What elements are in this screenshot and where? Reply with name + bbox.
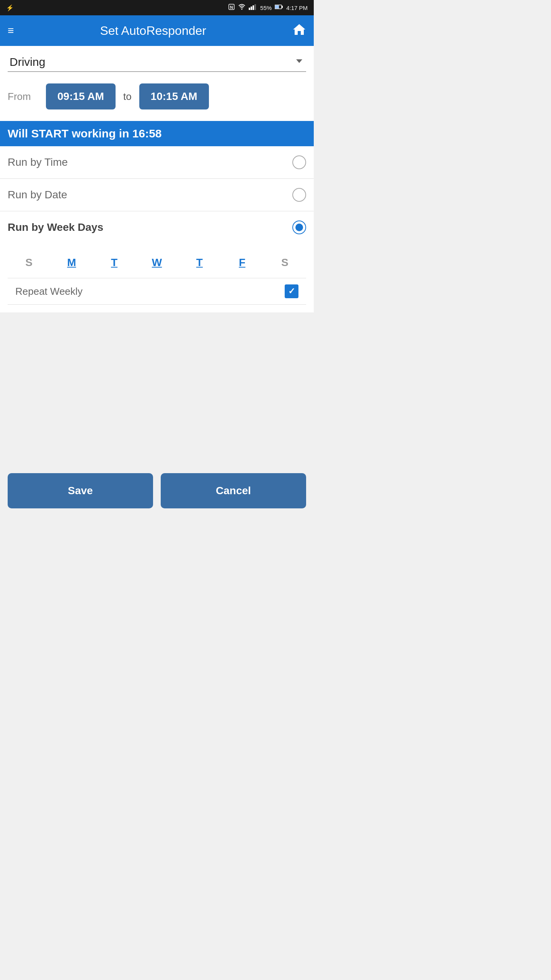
weekdays-row: S M T W T F S <box>8 247 306 278</box>
day-wednesday[interactable]: W <box>145 251 168 274</box>
save-button[interactable]: Save <box>8 473 153 508</box>
svg-text:N: N <box>230 5 233 10</box>
run-by-weekdays-radio[interactable] <box>292 220 306 234</box>
options-section: Run by Time Run by Date Run by Week Days… <box>0 146 314 312</box>
run-by-time-radio[interactable] <box>292 155 306 169</box>
status-bar: ⚡ N 55% 4:17 PM <box>0 0 314 15</box>
repeat-weekly-row[interactable]: Repeat Weekly ✓ <box>8 278 306 305</box>
wifi-icon <box>238 3 246 12</box>
to-label: to <box>123 91 132 103</box>
profile-dropdown[interactable]: Driving Meeting Sleeping Working Gym <box>8 54 306 72</box>
run-by-date-radio[interactable] <box>292 188 306 202</box>
svg-rect-3 <box>249 8 250 10</box>
usb-icon: ⚡ <box>6 4 14 11</box>
time-display: 4:17 PM <box>286 5 308 11</box>
svg-rect-5 <box>253 5 254 10</box>
svg-rect-4 <box>251 7 252 10</box>
run-by-time-label: Run by Time <box>8 156 292 168</box>
repeat-weekly-checkbox[interactable]: ✓ <box>285 284 298 298</box>
nfc-icon: N <box>228 3 235 12</box>
app-title: Set AutoResponder <box>21 24 285 38</box>
from-label: From <box>8 91 38 103</box>
status-banner-text: Will START working in 16:58 <box>8 127 162 140</box>
day-thursday[interactable]: T <box>188 251 211 274</box>
weekdays-section: S M T W T F S Repeat Weekly ✓ <box>0 243 314 312</box>
run-by-time-row[interactable]: Run by Time <box>0 146 314 179</box>
day-friday[interactable]: F <box>231 251 254 274</box>
svg-marker-10 <box>293 24 305 35</box>
svg-point-2 <box>241 9 243 10</box>
day-monday[interactable]: M <box>60 251 83 274</box>
status-banner: Will START working in 16:58 <box>0 121 314 146</box>
day-saturday[interactable]: S <box>273 251 296 274</box>
svg-rect-8 <box>282 6 283 8</box>
bottom-buttons: Save Cancel <box>0 466 314 516</box>
svg-rect-6 <box>254 4 256 10</box>
app-bar: ≡ Set AutoResponder <box>0 15 314 46</box>
empty-space <box>0 312 314 466</box>
cancel-button[interactable]: Cancel <box>161 473 306 508</box>
radio-inner-dot <box>295 224 303 231</box>
home-icon[interactable] <box>292 23 306 39</box>
run-by-date-row[interactable]: Run by Date <box>0 179 314 211</box>
svg-rect-9 <box>275 5 279 8</box>
dropdown-section: Driving Meeting Sleeping Working Gym <box>0 46 314 76</box>
from-time-button[interactable]: 09:15 AM <box>46 83 116 109</box>
day-sunday[interactable]: S <box>18 251 41 274</box>
battery-icon <box>275 4 283 11</box>
run-by-weekdays-row[interactable]: Run by Week Days <box>0 211 314 243</box>
checkmark-icon: ✓ <box>288 286 295 296</box>
to-time-button[interactable]: 10:15 AM <box>139 83 209 109</box>
run-by-weekdays-label: Run by Week Days <box>8 221 292 234</box>
day-tuesday[interactable]: T <box>103 251 126 274</box>
time-row: From 09:15 AM to 10:15 AM <box>0 76 314 121</box>
run-by-date-label: Run by Date <box>8 189 292 201</box>
repeat-weekly-label: Repeat Weekly <box>15 286 285 297</box>
battery-percentage: 55% <box>260 5 272 11</box>
signal-icon <box>249 4 257 11</box>
menu-icon[interactable]: ≡ <box>8 24 14 37</box>
